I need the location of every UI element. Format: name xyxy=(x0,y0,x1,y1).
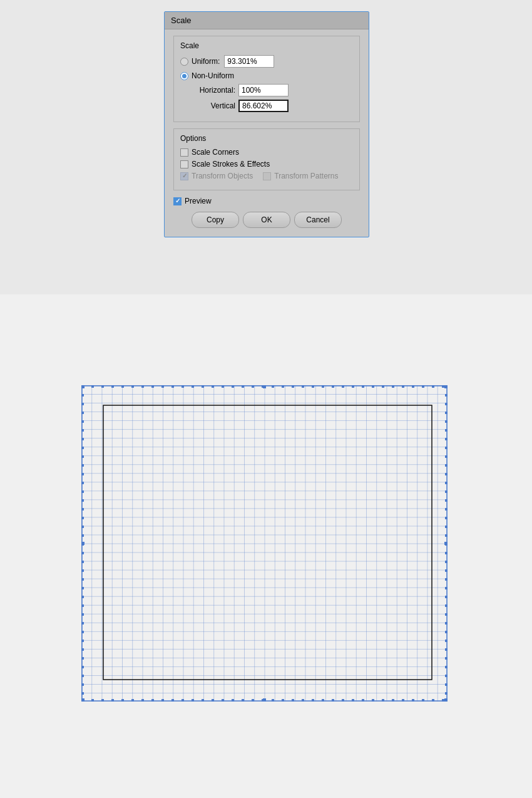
svg-rect-128 xyxy=(212,699,214,702)
svg-rect-26 xyxy=(252,385,254,388)
transform-row: Transform Objects Transform Patterns xyxy=(180,172,353,184)
svg-rect-123 xyxy=(161,699,164,702)
svg-rect-107 xyxy=(445,622,448,624)
svg-rect-45 xyxy=(442,385,444,388)
svg-rect-141 xyxy=(342,699,344,702)
svg-rect-147 xyxy=(402,699,404,702)
svg-rect-78 xyxy=(81,675,84,677)
transform-objects-row[interactable]: Transform Objects xyxy=(180,172,253,180)
svg-rect-44 xyxy=(432,385,434,388)
svg-rect-151 xyxy=(442,699,444,702)
svg-rect-144 xyxy=(372,699,374,702)
transform-objects-checkbox[interactable] xyxy=(180,172,188,180)
svg-rect-22 xyxy=(212,385,214,388)
transform-patterns-row[interactable]: Transform Patterns xyxy=(263,172,338,180)
svg-rect-102 xyxy=(445,578,448,581)
scale-corners-row[interactable]: Scale Corners xyxy=(180,148,353,157)
svg-rect-116 xyxy=(91,699,94,702)
svg-rect-124 xyxy=(171,699,174,702)
svg-rect-139 xyxy=(322,699,324,702)
scale-strokes-row[interactable]: Scale Strokes & Effects xyxy=(180,160,353,168)
svg-rect-63 xyxy=(81,543,84,546)
svg-rect-73 xyxy=(81,631,84,633)
svg-rect-93 xyxy=(445,499,448,502)
svg-rect-114 xyxy=(445,683,448,686)
svg-rect-100 xyxy=(445,561,448,563)
svg-rect-145 xyxy=(382,699,384,702)
svg-rect-70 xyxy=(81,604,84,607)
ok-button[interactable]: OK xyxy=(243,212,290,228)
dialog-title: Scale xyxy=(165,12,369,29)
svg-rect-92 xyxy=(445,490,448,493)
svg-rect-48 xyxy=(81,412,84,414)
cancel-button[interactable]: Cancel xyxy=(294,212,342,228)
svg-rect-82 xyxy=(445,403,448,405)
svg-rect-65 xyxy=(81,561,84,563)
svg-rect-2 xyxy=(81,385,84,388)
svg-rect-149 xyxy=(422,699,424,702)
svg-rect-97 xyxy=(445,534,448,537)
vertical-input[interactable] xyxy=(238,100,289,112)
scale-section-label: Scale xyxy=(180,41,353,50)
svg-rect-129 xyxy=(222,699,224,702)
copy-button[interactable]: Copy xyxy=(192,212,239,228)
svg-rect-46 xyxy=(81,394,84,396)
preview-checkbox[interactable] xyxy=(173,197,182,205)
svg-rect-112 xyxy=(445,666,448,668)
svg-rect-61 xyxy=(81,526,84,528)
svg-rect-138 xyxy=(312,699,314,702)
transform-patterns-checkbox[interactable] xyxy=(263,172,271,180)
options-label: Options xyxy=(180,134,353,143)
svg-rect-32 xyxy=(312,385,314,388)
svg-rect-59 xyxy=(81,508,84,510)
options-section: Options Scale Corners Scale Strokes & Ef… xyxy=(173,128,360,190)
svg-rect-133 xyxy=(262,699,264,702)
scale-section: Scale Uniform: Non-Uniform Horizontal: V… xyxy=(173,36,360,122)
svg-rect-130 xyxy=(232,699,234,702)
svg-rect-83 xyxy=(445,412,448,414)
svg-rect-111 xyxy=(445,657,448,660)
svg-rect-101 xyxy=(445,569,448,572)
svg-rect-95 xyxy=(445,517,448,519)
svg-rect-104 xyxy=(445,596,448,598)
nonuniform-radio[interactable] xyxy=(180,72,188,80)
uniform-input[interactable] xyxy=(224,55,274,68)
svg-rect-84 xyxy=(445,420,448,423)
svg-rect-76 xyxy=(81,657,84,660)
svg-rect-42 xyxy=(412,385,414,388)
svg-rect-51 xyxy=(81,438,84,440)
svg-rect-60 xyxy=(81,517,84,519)
svg-rect-127 xyxy=(202,699,204,702)
svg-rect-110 xyxy=(445,648,448,651)
scale-strokes-checkbox[interactable] xyxy=(180,160,188,168)
svg-rect-50 xyxy=(81,429,84,432)
uniform-radio-row[interactable]: Uniform: xyxy=(180,55,353,68)
svg-rect-140 xyxy=(332,699,334,702)
svg-rect-20 xyxy=(192,385,194,388)
nonuniform-radio-row[interactable]: Non-Uniform xyxy=(180,71,353,80)
svg-rect-30 xyxy=(292,385,294,388)
svg-rect-14 xyxy=(131,385,134,388)
svg-rect-85 xyxy=(445,429,448,432)
svg-rect-115 xyxy=(445,692,448,695)
svg-rect-131 xyxy=(242,699,244,702)
horizontal-input[interactable] xyxy=(238,84,289,96)
svg-rect-137 xyxy=(302,699,304,702)
svg-rect-90 xyxy=(445,473,448,475)
svg-rect-62 xyxy=(81,534,84,537)
svg-rect-54 xyxy=(81,464,84,467)
svg-rect-34 xyxy=(332,385,334,388)
svg-rect-31 xyxy=(302,385,304,388)
svg-rect-35 xyxy=(342,385,344,388)
svg-rect-56 xyxy=(81,482,84,484)
svg-rect-38 xyxy=(372,385,374,388)
buttons-row: Copy OK Cancel xyxy=(173,212,360,228)
svg-rect-132 xyxy=(252,699,254,702)
scale-corners-checkbox[interactable] xyxy=(180,148,188,157)
dialog-body: Scale Uniform: Non-Uniform Horizontal: V… xyxy=(165,29,369,237)
svg-rect-19 xyxy=(182,385,184,388)
svg-rect-0 xyxy=(81,385,448,702)
svg-rect-135 xyxy=(282,699,284,702)
uniform-radio[interactable] xyxy=(180,58,188,66)
preview-row[interactable]: Preview xyxy=(173,197,360,205)
